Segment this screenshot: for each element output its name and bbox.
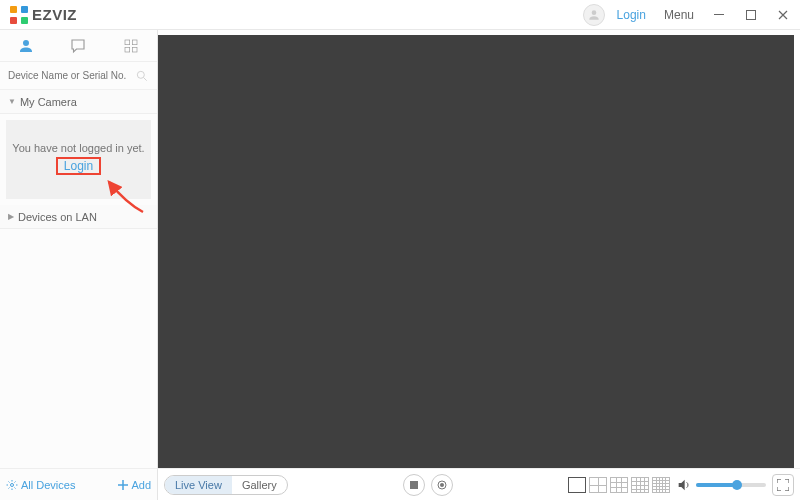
svg-rect-0 bbox=[714, 14, 724, 15]
svg-rect-2 bbox=[125, 40, 130, 45]
search-icon[interactable] bbox=[135, 69, 149, 83]
close-icon bbox=[778, 10, 788, 20]
titlebar-login-link[interactable]: Login bbox=[611, 8, 652, 22]
layout-5x5-button[interactable] bbox=[652, 477, 670, 493]
all-devices-label: All Devices bbox=[21, 479, 75, 491]
sidebar-tab-grid[interactable] bbox=[111, 30, 151, 62]
title-bar: EZVIZ Login Menu bbox=[0, 0, 800, 30]
svg-rect-8 bbox=[410, 481, 418, 489]
stop-icon bbox=[410, 481, 418, 489]
section-devices-on-lan-label: Devices on LAN bbox=[18, 211, 97, 223]
login-panel: You have not logged in yet. Login bbox=[6, 120, 151, 199]
not-logged-text: You have not logged in yet. bbox=[10, 142, 147, 154]
gear-icon bbox=[6, 479, 18, 491]
svg-rect-5 bbox=[132, 47, 137, 52]
svg-rect-1 bbox=[747, 10, 756, 19]
video-view-area[interactable] bbox=[158, 35, 794, 468]
sidebar-search bbox=[0, 62, 157, 90]
search-input[interactable] bbox=[8, 70, 135, 81]
tab-live-view[interactable]: Live View bbox=[165, 476, 232, 494]
volume-control bbox=[676, 477, 766, 493]
volume-slider[interactable] bbox=[696, 483, 766, 487]
tab-gallery[interactable]: Gallery bbox=[232, 476, 287, 494]
grid-icon bbox=[123, 38, 139, 54]
app-logo: EZVIZ bbox=[10, 6, 77, 24]
svg-point-6 bbox=[137, 71, 144, 78]
svg-rect-4 bbox=[125, 47, 130, 52]
section-my-camera[interactable]: ▼ My Camera bbox=[0, 90, 157, 114]
add-device-label: Add bbox=[131, 479, 151, 491]
section-devices-on-lan[interactable]: ▶ Devices on LAN bbox=[0, 205, 157, 229]
record-button[interactable] bbox=[431, 474, 453, 496]
bottom-left-panel: All Devices Add bbox=[0, 468, 158, 500]
section-my-camera-label: My Camera bbox=[20, 96, 77, 108]
sidebar-tab-messages[interactable] bbox=[58, 30, 98, 62]
maximize-icon bbox=[746, 10, 756, 20]
bottom-toolbar: Live View Gallery bbox=[158, 468, 800, 500]
logo-icon bbox=[10, 6, 28, 24]
add-device-button[interactable]: Add bbox=[118, 479, 151, 491]
chevron-right-icon: ▶ bbox=[8, 212, 14, 221]
speaker-icon[interactable] bbox=[676, 477, 692, 493]
svg-point-7 bbox=[11, 483, 14, 486]
view-mode-tabs: Live View Gallery bbox=[164, 475, 288, 495]
minimize-icon bbox=[714, 10, 724, 20]
layout-3x3-button[interactable] bbox=[610, 477, 628, 493]
sidebar-tabs bbox=[0, 30, 157, 62]
content-area bbox=[158, 30, 800, 468]
login-highlight-box: Login bbox=[56, 157, 101, 175]
svg-rect-3 bbox=[132, 40, 137, 45]
stop-button[interactable] bbox=[403, 474, 425, 496]
person-icon bbox=[17, 37, 35, 55]
avatar-button[interactable] bbox=[583, 4, 605, 26]
sidebar: ▼ My Camera You have not logged in yet. … bbox=[0, 30, 158, 468]
window-maximize-button[interactable] bbox=[738, 5, 764, 25]
all-devices-button[interactable]: All Devices bbox=[6, 479, 75, 491]
window-close-button[interactable] bbox=[770, 5, 796, 25]
record-icon bbox=[437, 480, 447, 490]
layout-4x4-button[interactable] bbox=[631, 477, 649, 493]
titlebar-menu-link[interactable]: Menu bbox=[658, 8, 700, 22]
sidebar-login-link[interactable]: Login bbox=[64, 159, 93, 173]
speech-bubble-icon bbox=[69, 37, 87, 55]
fullscreen-icon bbox=[777, 479, 789, 491]
sidebar-tab-devices[interactable] bbox=[6, 30, 46, 62]
fullscreen-button[interactable] bbox=[772, 474, 794, 496]
brand-text: EZVIZ bbox=[32, 6, 77, 23]
layout-1x1-button[interactable] bbox=[568, 477, 586, 493]
window-minimize-button[interactable] bbox=[706, 5, 732, 25]
user-icon bbox=[587, 8, 601, 22]
chevron-down-icon: ▼ bbox=[8, 97, 16, 106]
layout-2x2-button[interactable] bbox=[589, 477, 607, 493]
svg-point-10 bbox=[440, 483, 444, 487]
layout-buttons bbox=[568, 477, 670, 493]
plus-icon bbox=[118, 480, 128, 490]
